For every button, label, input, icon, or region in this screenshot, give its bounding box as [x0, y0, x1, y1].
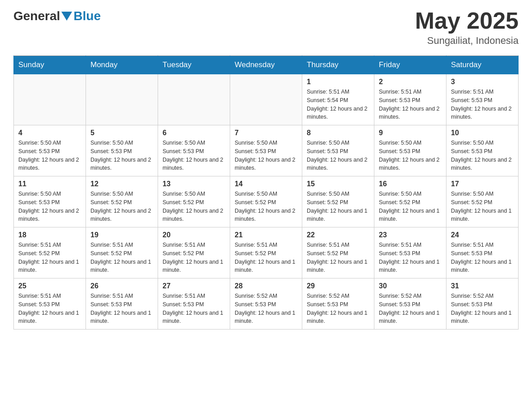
calendar-week-row: 4Sunrise: 5:50 AM Sunset: 5:53 PM Daylig… [14, 125, 519, 176]
day-number: 3 [451, 78, 514, 86]
calendar-day-cell: 21Sunrise: 5:51 AM Sunset: 5:52 PM Dayli… [230, 227, 302, 278]
day-number: 27 [163, 282, 225, 290]
day-info: Sunrise: 5:52 AM Sunset: 5:53 PM Dayligh… [379, 292, 442, 325]
day-info: Sunrise: 5:51 AM Sunset: 5:52 PM Dayligh… [307, 241, 369, 274]
calendar-day-cell: 12Sunrise: 5:50 AM Sunset: 5:52 PM Dayli… [86, 176, 158, 227]
calendar-day-cell: 2Sunrise: 5:51 AM Sunset: 5:53 PM Daylig… [374, 74, 446, 125]
calendar-week-row: 25Sunrise: 5:51 AM Sunset: 5:53 PM Dayli… [14, 278, 519, 330]
day-info: Sunrise: 5:51 AM Sunset: 5:52 PM Dayligh… [163, 241, 225, 274]
day-number: 10 [451, 129, 514, 137]
day-info: Sunrise: 5:50 AM Sunset: 5:52 PM Dayligh… [307, 190, 369, 223]
calendar-day-cell: 13Sunrise: 5:50 AM Sunset: 5:52 PM Dayli… [158, 176, 230, 227]
calendar-day-cell [230, 74, 302, 125]
day-of-week-header: Wednesday [230, 56, 302, 74]
day-info: Sunrise: 5:51 AM Sunset: 5:53 PM Dayligh… [163, 292, 225, 325]
calendar-day-cell: 29Sunrise: 5:52 AM Sunset: 5:53 PM Dayli… [302, 278, 374, 330]
day-of-week-header: Saturday [446, 56, 519, 74]
day-number: 8 [307, 129, 369, 137]
day-number: 30 [379, 282, 442, 290]
day-number: 1 [307, 78, 369, 86]
month-year-title: May 2025 [415, 9, 519, 32]
calendar-day-cell: 18Sunrise: 5:51 AM Sunset: 5:52 PM Dayli… [14, 227, 86, 278]
day-number: 11 [18, 180, 81, 188]
calendar-day-cell: 6Sunrise: 5:50 AM Sunset: 5:53 PM Daylig… [158, 125, 230, 176]
logo-blue-text: Blue [73, 9, 101, 23]
calendar-day-cell: 1Sunrise: 5:51 AM Sunset: 5:54 PM Daylig… [302, 74, 374, 125]
calendar-day-cell: 4Sunrise: 5:50 AM Sunset: 5:53 PM Daylig… [14, 125, 86, 176]
calendar-day-cell: 20Sunrise: 5:51 AM Sunset: 5:52 PM Dayli… [158, 227, 230, 278]
calendar-day-cell: 16Sunrise: 5:50 AM Sunset: 5:52 PM Dayli… [374, 176, 446, 227]
day-number: 29 [307, 282, 369, 290]
day-info: Sunrise: 5:51 AM Sunset: 5:53 PM Dayligh… [451, 241, 514, 274]
day-number: 6 [163, 129, 225, 137]
day-number: 17 [451, 180, 514, 188]
calendar-day-cell: 7Sunrise: 5:50 AM Sunset: 5:53 PM Daylig… [230, 125, 302, 176]
calendar-day-cell: 8Sunrise: 5:50 AM Sunset: 5:53 PM Daylig… [302, 125, 374, 176]
calendar-day-cell [158, 74, 230, 125]
calendar-week-row: 11Sunrise: 5:50 AM Sunset: 5:53 PM Dayli… [14, 176, 519, 227]
day-number: 7 [235, 129, 297, 137]
day-number: 15 [307, 180, 369, 188]
day-info: Sunrise: 5:50 AM Sunset: 5:53 PM Dayligh… [379, 139, 442, 172]
day-number: 14 [235, 180, 297, 188]
day-number: 12 [90, 180, 153, 188]
day-info: Sunrise: 5:51 AM Sunset: 5:52 PM Dayligh… [90, 241, 153, 274]
calendar-day-cell: 31Sunrise: 5:52 AM Sunset: 5:53 PM Dayli… [446, 278, 519, 330]
day-info: Sunrise: 5:50 AM Sunset: 5:52 PM Dayligh… [90, 190, 153, 223]
calendar-day-cell: 27Sunrise: 5:51 AM Sunset: 5:53 PM Dayli… [158, 278, 230, 330]
calendar-day-cell: 17Sunrise: 5:50 AM Sunset: 5:52 PM Dayli… [446, 176, 519, 227]
day-info: Sunrise: 5:50 AM Sunset: 5:52 PM Dayligh… [163, 190, 225, 223]
day-info: Sunrise: 5:50 AM Sunset: 5:53 PM Dayligh… [451, 139, 514, 172]
day-number: 26 [90, 282, 153, 290]
page-header: General Blue May 2025 Sungailiat, Indone… [13, 9, 519, 47]
day-of-week-header: Friday [374, 56, 446, 74]
day-number: 22 [307, 231, 369, 239]
day-number: 16 [379, 180, 442, 188]
day-info: Sunrise: 5:50 AM Sunset: 5:53 PM Dayligh… [163, 139, 225, 172]
day-number: 20 [163, 231, 225, 239]
calendar-table: SundayMondayTuesdayWednesdayThursdayFrid… [13, 56, 519, 330]
calendar-day-cell: 3Sunrise: 5:51 AM Sunset: 5:53 PM Daylig… [446, 74, 519, 125]
day-info: Sunrise: 5:50 AM Sunset: 5:53 PM Dayligh… [90, 139, 153, 172]
day-info: Sunrise: 5:51 AM Sunset: 5:54 PM Dayligh… [307, 88, 369, 121]
calendar-day-cell: 19Sunrise: 5:51 AM Sunset: 5:52 PM Dayli… [86, 227, 158, 278]
calendar-day-cell: 26Sunrise: 5:51 AM Sunset: 5:53 PM Dayli… [86, 278, 158, 330]
calendar-day-cell: 24Sunrise: 5:51 AM Sunset: 5:53 PM Dayli… [446, 227, 519, 278]
calendar-day-cell: 15Sunrise: 5:50 AM Sunset: 5:52 PM Dayli… [302, 176, 374, 227]
day-info: Sunrise: 5:51 AM Sunset: 5:53 PM Dayligh… [451, 88, 514, 121]
day-info: Sunrise: 5:50 AM Sunset: 5:52 PM Dayligh… [451, 190, 514, 223]
calendar-day-cell: 14Sunrise: 5:50 AM Sunset: 5:52 PM Dayli… [230, 176, 302, 227]
day-info: Sunrise: 5:50 AM Sunset: 5:52 PM Dayligh… [235, 190, 297, 223]
calendar-day-cell [14, 74, 86, 125]
day-of-week-header: Tuesday [158, 56, 230, 74]
day-number: 28 [235, 282, 297, 290]
day-number: 21 [235, 231, 297, 239]
day-of-week-header: Monday [86, 56, 158, 74]
calendar-header-row: SundayMondayTuesdayWednesdayThursdayFrid… [14, 56, 519, 74]
calendar-week-row: 1Sunrise: 5:51 AM Sunset: 5:54 PM Daylig… [14, 74, 519, 125]
day-info: Sunrise: 5:50 AM Sunset: 5:52 PM Dayligh… [379, 190, 442, 223]
calendar-day-cell: 9Sunrise: 5:50 AM Sunset: 5:53 PM Daylig… [374, 125, 446, 176]
day-info: Sunrise: 5:50 AM Sunset: 5:53 PM Dayligh… [235, 139, 297, 172]
day-of-week-header: Sunday [14, 56, 86, 74]
calendar-day-cell: 10Sunrise: 5:50 AM Sunset: 5:53 PM Dayli… [446, 125, 519, 176]
calendar-week-row: 18Sunrise: 5:51 AM Sunset: 5:52 PM Dayli… [14, 227, 519, 278]
logo: General Blue [13, 9, 101, 23]
day-info: Sunrise: 5:51 AM Sunset: 5:53 PM Dayligh… [90, 292, 153, 325]
day-number: 13 [163, 180, 225, 188]
day-info: Sunrise: 5:52 AM Sunset: 5:53 PM Dayligh… [451, 292, 514, 325]
day-of-week-header: Thursday [302, 56, 374, 74]
day-number: 31 [451, 282, 514, 290]
day-info: Sunrise: 5:52 AM Sunset: 5:53 PM Dayligh… [235, 292, 297, 325]
day-number: 18 [18, 231, 81, 239]
calendar-day-cell: 11Sunrise: 5:50 AM Sunset: 5:53 PM Dayli… [14, 176, 86, 227]
title-section: May 2025 Sungailiat, Indonesia [415, 9, 519, 47]
day-number: 2 [379, 78, 442, 86]
location-subtitle: Sungailiat, Indonesia [415, 35, 519, 47]
day-info: Sunrise: 5:50 AM Sunset: 5:53 PM Dayligh… [18, 190, 81, 223]
day-number: 9 [379, 129, 442, 137]
day-number: 4 [18, 129, 81, 137]
calendar-day-cell: 5Sunrise: 5:50 AM Sunset: 5:53 PM Daylig… [86, 125, 158, 176]
calendar-day-cell: 25Sunrise: 5:51 AM Sunset: 5:53 PM Dayli… [14, 278, 86, 330]
calendar-day-cell: 23Sunrise: 5:51 AM Sunset: 5:53 PM Dayli… [374, 227, 446, 278]
